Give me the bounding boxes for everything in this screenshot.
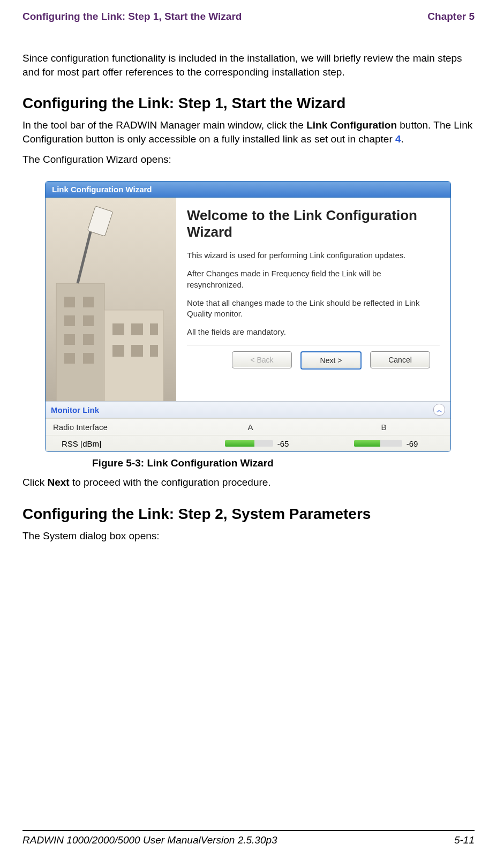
wizard-titlebar: Link Configuration Wizard [46,182,450,198]
svg-rect-7 [83,334,94,345]
running-header-right: Chapter 5 [427,11,475,22]
text-fragment: . [401,133,404,145]
next-button[interactable]: Next > [300,351,362,370]
bold-term-next: Next [47,477,69,488]
wizard-text-1: This wizard is used for performing Link … [187,250,440,261]
chapter-4-link[interactable]: 4 [395,133,401,145]
bold-term-link-configuration: Link Configuration [306,119,397,131]
rss-value-a: -65 [277,439,289,448]
column-a-header: A [184,423,317,432]
svg-rect-10 [112,323,124,335]
svg-rect-12 [150,323,158,335]
collapse-icon[interactable]: ︽ [433,404,445,416]
figure-5-3-caption: Figure 5-3: Link Configuration Wizard [92,457,475,469]
cancel-button[interactable]: Cancel [370,351,430,368]
section-1-paragraph-1: In the tool bar of the RADWIN Manager ma… [22,118,475,146]
footer-right: 5-11 [454,834,475,846]
svg-rect-13 [112,345,124,357]
section-1-heading: Configuring the Link: Step 1, Start the … [22,95,475,112]
rss-bar-a [225,440,273,447]
radio-interface-label: Radio Interface [46,423,184,432]
running-header-left: Configuring the Link: Step 1, Start the … [22,11,242,22]
back-button[interactable]: < Back [232,351,292,368]
svg-rect-14 [131,345,143,357]
rss-row-label: RSS [dBm] [46,439,192,448]
svg-rect-2 [64,297,75,307]
wizard-text-4: All the fields are mandatory. [187,327,440,337]
text-fragment: In the tool bar of the RADWIN Manager ma… [22,119,306,131]
text-fragment: Click [22,477,47,488]
svg-rect-5 [83,315,94,326]
footer-left: RADWIN 1000/2000/5000 User ManualVersion… [22,834,277,846]
svg-rect-9 [83,353,94,364]
svg-rect-3 [83,297,94,307]
wizard-text-2: After Changes made in Frequency field th… [187,268,440,290]
svg-rect-8 [64,353,75,364]
monitor-link-label: Monitor Link [51,405,99,415]
click-next-paragraph: Click Next to proceed with the configura… [22,476,475,489]
svg-rect-0 [56,283,104,401]
section-2-heading: Configuring the Link: Step 2, System Par… [22,506,475,523]
wizard-text-3: Note that all changes made to the Link s… [187,298,440,320]
rss-value-b: -69 [407,439,418,448]
svg-rect-11 [131,323,143,335]
buildings-icon [46,198,176,401]
wizard-welcome-heading: Welcome to the Link Configuration Wizard [187,207,440,240]
section-1-paragraph-2: The Configuration Wizard opens: [22,153,475,167]
rss-bar-b [354,440,402,447]
figure-wizard-screenshot: Link Configuration Wizard [45,181,451,452]
svg-rect-15 [150,345,158,357]
wizard-side-graphic [46,198,176,401]
text-fragment: to proceed with the configuration proced… [70,477,271,488]
intro-paragraph: Since configuration functionality is inc… [22,51,475,79]
column-b-header: B [317,423,450,432]
svg-rect-4 [64,315,75,326]
svg-rect-6 [64,334,75,345]
section-2-paragraph-1: The System dialog box opens: [22,529,475,543]
svg-rect-17 [87,206,112,236]
